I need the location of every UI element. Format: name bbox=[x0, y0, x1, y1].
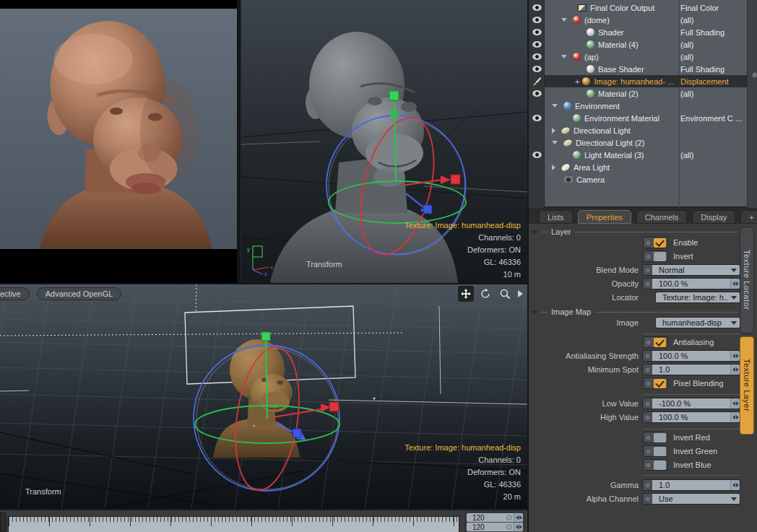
viewport-top[interactable]: x y z Transform Texture: Image: humanhea… bbox=[238, 0, 527, 283]
tab-perspective[interactable]: ective bbox=[0, 287, 30, 300]
alpha-channel-dropdown[interactable]: Use bbox=[642, 493, 740, 505]
collapse-arrow-icon[interactable] bbox=[561, 55, 567, 58]
image-dropdown[interactable]: humanhead-disp bbox=[655, 317, 740, 328]
tree-row[interactable]: Area Light bbox=[529, 161, 747, 173]
tree-row-selected[interactable]: +Image: humanhead- ... Displacement bbox=[529, 75, 747, 87]
mini-slider-arrows-icon[interactable] bbox=[730, 351, 740, 361]
reset-knob-icon[interactable] bbox=[645, 240, 652, 246]
tree-row[interactable]: (dome) (all) bbox=[529, 14, 747, 26]
opacity-slider[interactable]: 100.0 % bbox=[642, 278, 740, 289]
reset-knob-icon[interactable] bbox=[644, 401, 651, 407]
mini-slider-arrows-icon[interactable] bbox=[730, 365, 740, 375]
tree-row[interactable]: Environment bbox=[529, 100, 747, 112]
tree-row[interactable]: Environment Material Environment C ... bbox=[529, 112, 747, 124]
reset-knob-icon[interactable] bbox=[645, 448, 652, 455]
tree-row[interactable]: Camera bbox=[529, 173, 747, 186]
section-collapse-icon[interactable] bbox=[532, 230, 537, 234]
eye-icon[interactable] bbox=[532, 152, 542, 158]
tree-row[interactable]: Material (2) (all) bbox=[529, 87, 747, 100]
tree-row[interactable]: Shader Full Shading bbox=[529, 26, 747, 38]
reset-knob-icon[interactable] bbox=[644, 414, 651, 421]
reset-knob-icon[interactable] bbox=[645, 435, 652, 441]
invert-blue-checkbox[interactable] bbox=[643, 459, 668, 471]
reset-knob-icon[interactable] bbox=[645, 253, 652, 260]
eye-icon[interactable] bbox=[532, 29, 542, 35]
tab-lists[interactable]: Lists bbox=[539, 210, 573, 224]
tree-row[interactable]: Directional Light bbox=[529, 124, 747, 136]
expand-arrow-icon[interactable] bbox=[552, 128, 555, 134]
enable-checkbox[interactable] bbox=[643, 237, 668, 248]
tab-channels[interactable]: Channels bbox=[636, 210, 687, 224]
section-image-map[interactable]: Image Map bbox=[532, 307, 738, 317]
eye-icon[interactable] bbox=[532, 41, 542, 48]
expand-plus-icon[interactable]: + bbox=[575, 77, 579, 86]
aa-strength-slider[interactable]: 100.0 % bbox=[642, 350, 740, 362]
collapse-arrow-icon[interactable] bbox=[561, 18, 567, 22]
invert-checkbox[interactable] bbox=[643, 250, 668, 262]
timeline-left-handle[interactable] bbox=[0, 513, 7, 532]
antialiasing-checkbox[interactable] bbox=[643, 336, 668, 348]
reset-knob-icon[interactable] bbox=[645, 339, 652, 346]
reset-knob-icon[interactable] bbox=[645, 462, 652, 468]
viewport-bottom[interactable]: ective Advanced OpenGL Transform Texture… bbox=[0, 283, 527, 509]
tree-row[interactable]: Directional Light (2) bbox=[529, 136, 747, 149]
tab-texture-locator[interactable]: Texture Locator bbox=[740, 227, 754, 333]
eye-icon[interactable] bbox=[532, 90, 542, 97]
tree-row[interactable]: Light Material (3) (all) bbox=[529, 149, 747, 161]
section-layer[interactable]: Layer bbox=[532, 227, 738, 237]
reset-knob-icon[interactable] bbox=[644, 267, 651, 274]
collapse-arrow-icon[interactable] bbox=[552, 141, 558, 144]
mini-slider-arrows-icon[interactable] bbox=[730, 398, 740, 409]
eye-icon[interactable] bbox=[532, 115, 542, 121]
paint-brush-icon[interactable] bbox=[532, 77, 542, 86]
gamma-slider[interactable]: 1.0 bbox=[642, 479, 740, 491]
expand-arrow-icon[interactable] bbox=[552, 165, 555, 170]
zoom-view-icon[interactable] bbox=[497, 286, 513, 302]
section-collapse-icon[interactable] bbox=[532, 310, 537, 314]
mini-slider-arrows-icon[interactable] bbox=[730, 279, 740, 289]
render-preview-panel[interactable] bbox=[0, 0, 238, 283]
reset-knob-icon[interactable] bbox=[644, 496, 651, 502]
tree-scrollbar[interactable] bbox=[747, 0, 757, 208]
tree-row[interactable]: Base Shader Full Shading bbox=[529, 63, 747, 75]
reset-knob-icon[interactable] bbox=[506, 524, 512, 530]
tab-properties[interactable]: Properties bbox=[578, 210, 631, 224]
frame-end-field[interactable]: 120 bbox=[467, 523, 523, 531]
frame-start-field[interactable]: 120 bbox=[467, 513, 523, 522]
checkmark-icon[interactable] bbox=[654, 238, 666, 248]
timeline-ruler[interactable] bbox=[8, 516, 459, 532]
locator-dropdown[interactable]: Texture: Image: h... bbox=[655, 292, 740, 303]
mini-slider-arrows-icon[interactable] bbox=[730, 412, 740, 422]
tab-texture-layer[interactable]: Texture Layer bbox=[740, 336, 754, 435]
low-value-slider[interactable]: -100.0 % bbox=[642, 398, 740, 409]
scrollbar-knob[interactable] bbox=[752, 72, 757, 78]
reset-knob-icon[interactable] bbox=[644, 367, 651, 373]
tree-row[interactable]: Final Color Output Final Color bbox=[529, 1, 747, 14]
invert-red-checkbox[interactable] bbox=[643, 432, 668, 443]
eye-icon[interactable] bbox=[532, 66, 542, 72]
tree-row[interactable]: Material (4) (all) bbox=[529, 38, 747, 51]
mini-slider-arrows-icon[interactable] bbox=[514, 513, 523, 522]
reset-knob-icon[interactable] bbox=[644, 482, 651, 489]
mini-slider-arrows-icon[interactable] bbox=[514, 523, 523, 531]
invert-green-checkbox[interactable] bbox=[643, 445, 668, 457]
reset-knob-icon[interactable] bbox=[644, 353, 651, 359]
pan-move-icon[interactable] bbox=[458, 286, 474, 302]
checkmark-icon[interactable] bbox=[654, 338, 666, 347]
eye-icon[interactable] bbox=[532, 17, 542, 23]
high-value-slider[interactable]: 100.0 % bbox=[642, 411, 740, 423]
collapse-arrow-icon[interactable] bbox=[552, 104, 558, 108]
tree-row[interactable]: (ap) (all) bbox=[529, 51, 747, 63]
minimum-spot-slider[interactable]: 1.0 bbox=[642, 364, 740, 375]
tab-display[interactable]: Display bbox=[692, 210, 735, 224]
tab-advanced-opengl[interactable]: Advanced OpenGL bbox=[37, 287, 122, 300]
mini-slider-arrows-icon[interactable] bbox=[730, 480, 740, 490]
checkmark-icon[interactable] bbox=[654, 379, 666, 388]
reset-knob-icon[interactable] bbox=[644, 281, 651, 287]
pixel-blending-checkbox[interactable] bbox=[643, 378, 668, 389]
viewport-menu-arrow-icon[interactable] bbox=[518, 290, 523, 297]
eye-icon[interactable] bbox=[532, 4, 542, 11]
rotate-view-icon[interactable] bbox=[477, 286, 493, 302]
reset-knob-icon[interactable] bbox=[506, 515, 512, 520]
reset-knob-icon[interactable] bbox=[645, 380, 652, 387]
